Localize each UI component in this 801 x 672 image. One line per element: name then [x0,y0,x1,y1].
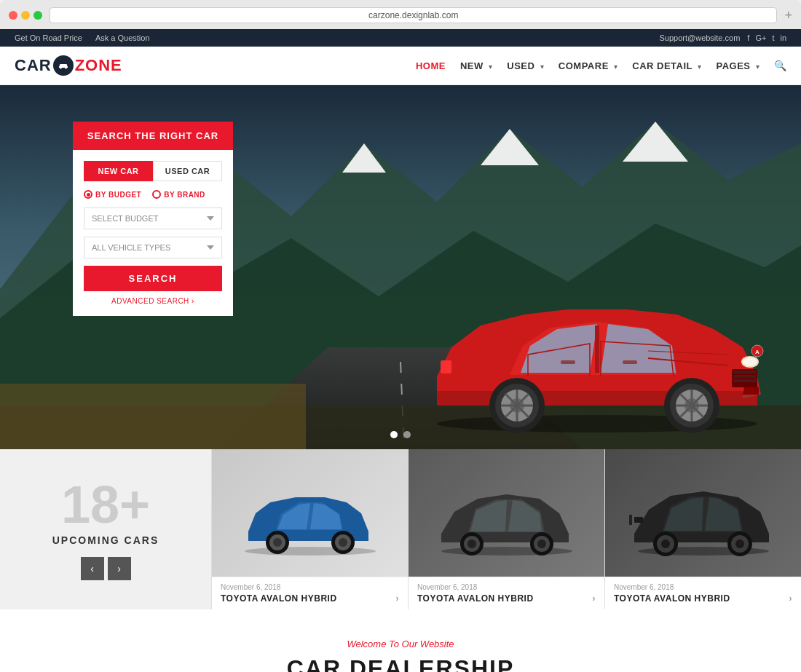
dealership-title: CAR DEALERSHIP [15,655,786,672]
google-plus-icon[interactable]: G+ [755,33,766,42]
car-card-2[interactable]: November 6, 2018 TOYOTA AVALON HYBRID › [408,449,604,609]
svg-rect-17 [733,371,756,373]
search-box-body: NEW CAR USED CAR BY BUDGET BY BRAND SELE… [73,150,233,316]
nav-item-new[interactable]: NEW [460,59,492,72]
upcoming-count: 18+ [61,478,150,531]
car-card-1-image [212,449,408,577]
svg-rect-39 [561,360,575,364]
nav-links: HOME NEW USED COMPARE CAR DETAIL PAGES 🔍 [416,59,786,72]
search-box: SEARCH THE RIGHT CAR NEW CAR USED CAR BY… [73,122,233,316]
car-card-3[interactable]: November 6, 2018 TOYOTA AVALON HYBRID › [604,449,801,609]
svg-text:A: A [755,349,759,355]
hero-car: A [393,231,801,435]
nav-link-used[interactable]: USED [507,60,534,71]
by-budget-radio[interactable]: BY BUDGET [84,190,141,199]
nav-search-icon[interactable]: 🔍 [774,59,786,72]
search-icon[interactable]: 🔍 [774,60,786,71]
car-card-3-info: November 6, 2018 TOYOTA AVALON HYBRID › [605,577,801,609]
svg-rect-22 [441,360,451,373]
nav-item-used[interactable]: USED [507,59,544,72]
car-card-1-info: November 6, 2018 TOYOTA AVALON HYBRID › [212,577,408,609]
nav-item-car-detail[interactable]: CAR DETAIL [632,59,701,72]
nav-item-compare[interactable]: COMPARE [559,59,617,72]
top-links: Get On Road Price Ask a Question [15,33,150,42]
black-car-icon [623,470,784,557]
close-button[interactable] [9,11,17,20]
used-car-tab[interactable]: USED CAR [153,161,222,181]
upcoming-navigation: ‹ › [81,557,131,580]
social-icons: f G+ t in [747,33,786,42]
new-car-tab[interactable]: NEW CAR [84,161,153,181]
next-arrow-button[interactable]: › [108,557,131,580]
car-card-3-date: November 6, 2018 [614,583,792,591]
svg-point-53 [537,539,546,548]
by-brand-label: BY BRAND [164,191,205,199]
upcoming-section: 18+ UPCOMING CARS ‹ › [0,449,801,609]
nav-link-pages[interactable]: PAGES [716,60,750,71]
svg-rect-14 [595,325,599,373]
browser-window: carzone.dexignlab.com + [0,0,801,29]
dealership-welcome: Welcome To Our Website [15,639,786,649]
new-tab-button[interactable]: + [784,8,792,23]
search-button[interactable]: SEARCH [84,266,222,291]
support-email[interactable]: Support@website.com [660,33,741,42]
upcoming-left-panel: 18+ UPCOMING CARS ‹ › [0,449,211,609]
logo-car-icon [53,55,74,76]
svg-rect-19 [733,379,756,382]
car-card-2-date: November 6, 2018 [417,583,596,591]
site-logo[interactable]: CAR ZONE [15,55,122,76]
ask-question-link[interactable]: Ask a Question [95,33,150,42]
car-card-3-name: TOYOTA AVALON HYBRID › [614,593,792,604]
svg-point-50 [441,547,572,556]
car-card-3-arrow[interactable]: › [789,593,793,604]
nav-link-new[interactable]: NEW [460,60,484,71]
nav-link-car-detail[interactable]: CAR DETAIL [632,60,693,71]
address-bar[interactable]: carzone.dexignlab.com [50,7,777,23]
main-navigation: CAR ZONE HOME NEW USED COMPARE CAR DETAI… [0,47,801,85]
minimize-button[interactable] [21,11,30,20]
logo-zone-text: ZONE [75,56,122,75]
by-brand-radio[interactable]: BY BRAND [152,190,205,199]
nav-link-home[interactable]: HOME [416,60,446,71]
svg-rect-40 [623,360,637,364]
slider-dot-1[interactable] [390,431,398,438]
advanced-search-link[interactable]: ADVANCED SEARCH › [84,297,222,305]
road-price-link[interactable]: Get On Road Price [15,33,82,42]
car-card-1[interactable]: November 6, 2018 TOYOTA AVALON HYBRID › [211,449,408,609]
car-card-1-arrow[interactable]: › [396,593,400,604]
car-card-1-date: November 6, 2018 [221,583,399,591]
linkedin-icon[interactable]: in [780,33,786,42]
dealership-section: Welcome To Our Website CAR DEALERSHIP Lo… [0,609,801,672]
svg-point-46 [339,538,347,547]
facebook-icon[interactable]: f [747,33,749,42]
search-filter-radios: BY BUDGET BY BRAND [84,190,222,199]
vehicle-type-select[interactable]: ALL VEHICLE TYPES [84,237,222,258]
svg-point-60 [735,539,744,548]
svg-point-49 [273,538,282,547]
svg-rect-18 [733,375,756,378]
blue-car-icon [230,470,390,557]
prev-arrow-button[interactable]: ‹ [81,557,104,580]
car-card-2-arrow[interactable]: › [593,593,596,604]
car-card-3-image [605,449,801,577]
svg-point-21 [743,357,757,366]
nav-link-compare[interactable]: COMPARE [559,60,609,71]
maximize-button[interactable] [33,11,42,20]
browser-controls [9,11,42,20]
by-budget-label: BY BUDGET [95,191,141,199]
slider-dot-2[interactable] [403,431,411,438]
svg-rect-2 [59,67,68,68]
nav-item-pages[interactable]: PAGES [716,59,759,72]
car-card-2-image [409,449,604,577]
svg-rect-12 [0,384,306,449]
svg-point-43 [245,547,376,556]
twitter-icon[interactable]: t [772,33,774,42]
budget-select[interactable]: SELECT BUDGET [84,207,222,229]
svg-point-63 [661,539,670,548]
car-card-2-info: November 6, 2018 TOYOTA AVALON HYBRID › [409,577,604,609]
car-cards-container: November 6, 2018 TOYOTA AVALON HYBRID › [211,449,801,609]
nav-item-home[interactable]: HOME [416,59,446,72]
upcoming-label: UPCOMING CARS [52,534,159,546]
hero-section: A SEARCH THE RIGHT CAR NEW CAR USED CAR … [0,85,801,449]
dark-car-icon [427,470,587,557]
